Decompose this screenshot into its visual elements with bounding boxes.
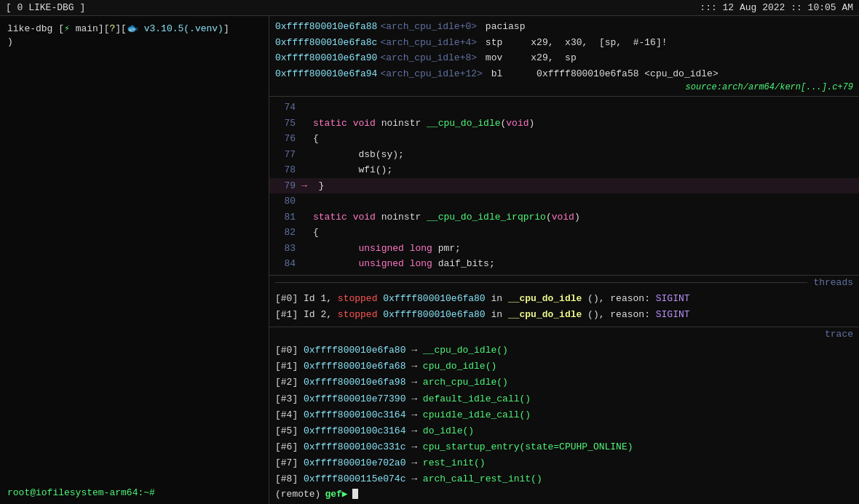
debugger-prompt: like-dbg [⚡ main][?][🐟 v3.10.5(.venv)] — [7, 22, 261, 36]
src-line-83: 83 unsigned long pmr; — [269, 241, 859, 257]
trace-5: [#5] 0xffff8000100c3164 → do_idle() — [269, 423, 859, 439]
trace-label: trace — [825, 329, 853, 340]
src-line-84: 84 unsigned long daif_bits; — [269, 256, 859, 272]
trace-1: [#1] 0xffff800010e6fa68 → cpu_do_idle() — [269, 359, 859, 375]
threads-divider-left — [275, 282, 807, 283]
trace-3: [#3] 0xffff800010e77390 → default_idle_c… — [269, 391, 859, 407]
trace-section: [#0] 0xffff800010e6fa80 → __cpu_do_idle(… — [269, 341, 859, 485]
src-line-82: 82 { — [269, 225, 859, 241]
bracket-mid: ][ — [98, 23, 110, 34]
asm-line-0: 0xffff800010e6fa88 <arch_cpu_idle+0> pac… — [269, 19, 859, 35]
main-layout: like-dbg [⚡ main][?][🐟 v3.10.5(.venv)] )… — [0, 16, 859, 504]
right-panel: 0xffff800010e6fa88 <arch_cpu_idle+0> pac… — [269, 16, 859, 504]
src-line-75: 75 static void noinstr __cpu_do_idle(voi… — [269, 116, 859, 132]
asm-line-3: 0xffff800010e6fa94 <arch_cpu_idle+12> bl… — [269, 66, 859, 82]
shell-prompt: root@iofilesystem-arm64:~# — [0, 481, 269, 504]
trace-4: [#4] 0xffff8000100c3164 → cpuidle_idle_c… — [269, 407, 859, 423]
gef-label: gef▶ — [325, 488, 347, 500]
left-panel: like-dbg [⚡ main][?][🐟 v3.10.5(.venv)] )… — [0, 16, 269, 504]
assembly-section: 0xffff800010e6fa88 <arch_cpu_idle+0> pac… — [269, 16, 859, 95]
asm-line-2: 0xffff800010e6fa90 <arch_cpu_idle+8> mov… — [269, 50, 859, 66]
src-line-74: 74 — [269, 100, 859, 116]
bracket-mid2: ][ — [115, 23, 127, 34]
top-bar-title: [ 0 LIKE-DBG ] — [6, 2, 85, 13]
remote-label: (remote) — [275, 489, 320, 500]
main-text: main — [70, 23, 98, 34]
src-line-79: 79 → } — [269, 178, 859, 194]
prompt-angle: ) — [7, 36, 261, 47]
thread-0: [#0] Id 1, stopped 0xffff800010e6fa80 in… — [269, 291, 859, 308]
trace-7: [#7] 0xffff800010e702a0 → rest_init() — [269, 455, 859, 471]
source-hint: source:arch/arm64/kern[...].c+79 — [269, 81, 859, 95]
gef-prompt-area: (remote) gef▶ — [269, 485, 859, 504]
asm-line-1: 0xffff800010e6fa8c <arch_cpu_idle+4> stp… — [269, 35, 859, 51]
bracket-open: like-dbg [ — [7, 23, 64, 34]
src-line-77: 77 dsb(sy); — [269, 147, 859, 163]
src-line-81: 81 static void noinstr __cpu_do_idle_irq… — [269, 209, 859, 225]
threads-label: threads — [807, 277, 853, 288]
trace-2: [#2] 0xffff800010e6fa98 → arch_cpu_idle(… — [269, 375, 859, 391]
src-line-78: 78 wfi(); — [269, 162, 859, 178]
src-line-80: 80 — [269, 193, 859, 209]
source-section: 74 75 static void noinstr __cpu_do_idle(… — [269, 98, 859, 273]
trace-8: [#8] 0xffff8000115e074c → arch_call_rest… — [269, 471, 859, 485]
lightning-icon: ⚡ — [64, 23, 70, 34]
bracket-close: ] — [223, 23, 229, 34]
version-text: v3.10.5(.venv) — [138, 23, 223, 34]
shell-prompt-text: root@iofilesystem-arm64:~# — [7, 487, 155, 498]
cursor[interactable] — [352, 489, 358, 499]
trace-0: [#0] 0xffff800010e6fa80 → __cpu_do_idle(… — [269, 343, 859, 359]
top-bar: [ 0 LIKE-DBG ] ::: 12 Aug 2022 :: 10:05 … — [0, 0, 859, 16]
fish-icon: 🐟 — [127, 23, 138, 34]
threads-section: [#0] Id 1, stopped 0xffff800010e6fa80 in… — [269, 289, 859, 326]
top-bar-datetime: ::: 12 Aug 2022 :: 10:05 AM — [700, 2, 853, 13]
divider-1 — [269, 96, 859, 97]
trace-6: [#6] 0xffff8000100c331c → cpu_startup_en… — [269, 439, 859, 455]
src-line-76: 76 { — [269, 131, 859, 147]
debugger-info: like-dbg [⚡ main][?][🐟 v3.10.5(.venv)] ) — [0, 16, 269, 53]
thread-1: [#1] Id 2, stopped 0xffff800010e6fa80 in… — [269, 307, 859, 324]
